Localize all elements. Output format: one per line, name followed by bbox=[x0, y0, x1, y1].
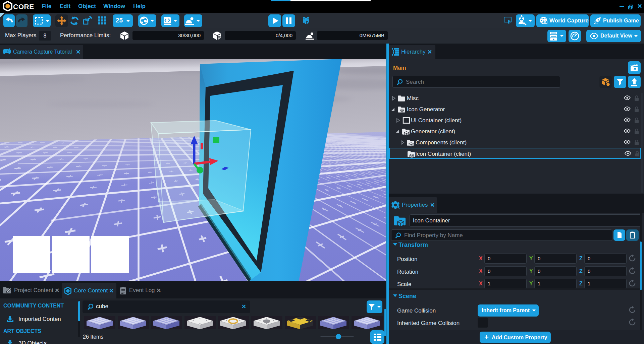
svg-text:CORE: CORE bbox=[13, 3, 34, 10]
